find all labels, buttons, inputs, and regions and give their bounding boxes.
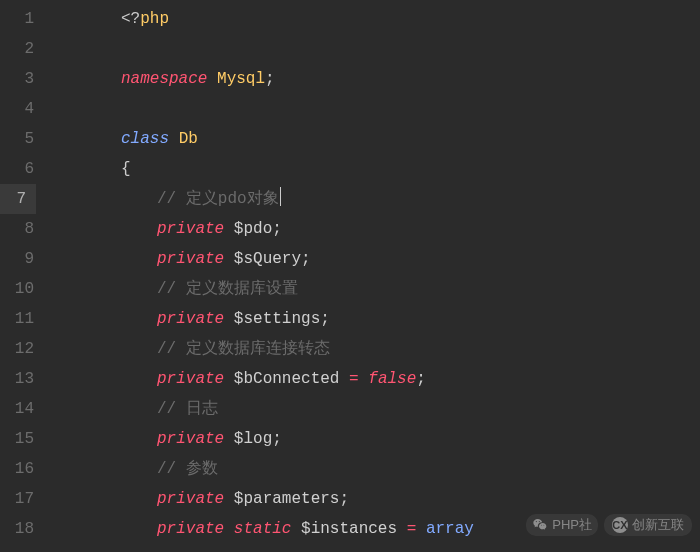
code-area[interactable]: <?phpnamespace Mysql;class Db{// 定义pdo对象… (44, 4, 700, 552)
code-token: Mysql (217, 70, 265, 88)
code-line[interactable]: // 定义数据库设置 (121, 274, 700, 304)
code-token (224, 220, 234, 238)
code-line[interactable]: private $pdo; (121, 214, 700, 244)
code-token: // 参数 (157, 460, 218, 478)
code-token (339, 370, 349, 388)
code-token: $sQuery (234, 250, 301, 268)
code-token: // 定义数据库设置 (157, 280, 298, 298)
code-line[interactable] (121, 34, 700, 64)
code-line[interactable]: private $log; (121, 424, 700, 454)
code-token: private (157, 430, 224, 448)
code-token: // 定义数据库连接转态 (157, 340, 330, 358)
code-line[interactable]: private $settings; (121, 304, 700, 334)
line-number: 5 (0, 124, 34, 154)
code-token: private (157, 370, 224, 388)
line-number: 13 (0, 364, 34, 394)
code-token (224, 250, 234, 268)
code-token: { (121, 160, 131, 178)
code-token: $log (234, 430, 272, 448)
code-token: ; (272, 430, 282, 448)
code-token: = (349, 370, 359, 388)
code-token (224, 370, 234, 388)
code-token: private (157, 220, 224, 238)
code-line[interactable] (121, 94, 700, 124)
code-line[interactable]: class Db (121, 124, 700, 154)
line-number: 1 (0, 4, 34, 34)
line-number: 12 (0, 334, 34, 364)
line-number: 16 (0, 454, 34, 484)
code-line[interactable]: private static $instances = array (121, 514, 700, 544)
code-token: php (140, 10, 169, 28)
code-token: $pdo (234, 220, 272, 238)
code-line[interactable]: // 参数 (121, 454, 700, 484)
code-token (207, 70, 217, 88)
code-token: static (234, 520, 292, 538)
code-line[interactable]: // 日志 (121, 394, 700, 424)
code-token: false (368, 370, 416, 388)
line-number: 17 (0, 484, 34, 514)
code-token: // 日志 (157, 400, 218, 418)
line-number: 9 (0, 244, 34, 274)
line-number: 14 (0, 394, 34, 424)
code-token: array (426, 520, 474, 538)
code-token (291, 520, 301, 538)
code-line[interactable]: // 定义数据库连接转态 (121, 334, 700, 364)
line-number: 6 (0, 154, 34, 184)
code-line[interactable]: <?php (121, 4, 700, 34)
code-line[interactable]: // 定义pdo对象 (121, 184, 700, 214)
code-line[interactable]: private $parameters; (121, 484, 700, 514)
code-token (224, 310, 234, 328)
code-token: $parameters (234, 490, 340, 508)
line-number: 18 (0, 514, 34, 544)
code-token: // 定义pdo对象 (157, 190, 279, 208)
code-token: ; (320, 310, 330, 328)
line-number: 10 (0, 274, 34, 304)
code-token: namespace (121, 70, 207, 88)
code-token (169, 130, 179, 148)
code-token: private (157, 520, 224, 538)
code-editor[interactable]: 123456789101112131415161718 <?phpnamespa… (0, 0, 700, 552)
code-token (397, 520, 407, 538)
code-line[interactable]: private $bConnected = false; (121, 364, 700, 394)
text-cursor (280, 187, 281, 206)
code-token: private (157, 310, 224, 328)
line-number: 15 (0, 424, 34, 454)
code-token: ; (416, 370, 426, 388)
code-token (224, 490, 234, 508)
code-line[interactable]: private $sQuery; (121, 244, 700, 274)
code-token: = (407, 520, 417, 538)
code-token (224, 430, 234, 448)
line-number: 11 (0, 304, 34, 334)
line-number-gutter: 123456789101112131415161718 (0, 4, 44, 552)
code-token (224, 520, 234, 538)
code-token: $instances (301, 520, 397, 538)
code-token: ; (339, 490, 349, 508)
code-token: ; (301, 250, 311, 268)
code-token (359, 370, 369, 388)
code-token: $bConnected (234, 370, 340, 388)
code-token: Db (179, 130, 198, 148)
code-token: private (157, 250, 224, 268)
code-token: class (121, 130, 169, 148)
code-token (416, 520, 426, 538)
code-line[interactable]: namespace Mysql; (121, 64, 700, 94)
line-number: 8 (0, 214, 34, 244)
code-line[interactable]: { (121, 154, 700, 184)
line-number: 2 (0, 34, 34, 64)
code-token: <? (121, 10, 140, 28)
line-number: 3 (0, 64, 34, 94)
code-token: ; (265, 70, 275, 88)
code-token: ; (272, 220, 282, 238)
code-token: $settings (234, 310, 320, 328)
line-number: 4 (0, 94, 34, 124)
code-token: private (157, 490, 224, 508)
line-number: 7 (0, 184, 36, 214)
